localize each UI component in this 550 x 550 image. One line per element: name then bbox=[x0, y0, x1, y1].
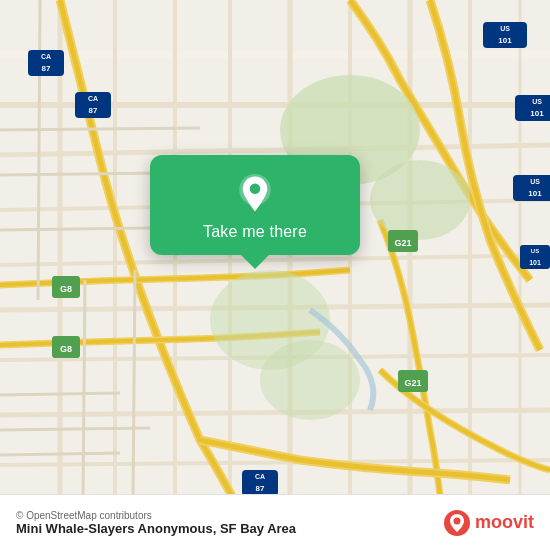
svg-line-21 bbox=[0, 228, 150, 230]
svg-line-27 bbox=[133, 270, 135, 500]
svg-text:US: US bbox=[531, 248, 539, 254]
place-name: Mini Whale-Slayers Anonymous, SF Bay Are… bbox=[16, 521, 296, 536]
svg-line-26 bbox=[83, 280, 85, 500]
bottom-bar: © OpenStreetMap contributors Mini Whale-… bbox=[0, 494, 550, 550]
svg-text:87: 87 bbox=[89, 106, 98, 115]
svg-text:101: 101 bbox=[530, 109, 544, 118]
svg-text:G8: G8 bbox=[60, 344, 72, 354]
svg-text:G21: G21 bbox=[394, 238, 411, 248]
svg-point-64 bbox=[250, 184, 261, 195]
svg-line-25 bbox=[38, 0, 40, 300]
map-container: US 101 US 101 US 101 CA 87 CA 87 CA 87 G… bbox=[0, 0, 550, 550]
svg-line-19 bbox=[0, 128, 200, 130]
moovit-logo-icon bbox=[443, 509, 471, 537]
svg-line-22 bbox=[0, 393, 120, 395]
svg-text:CA: CA bbox=[255, 473, 265, 480]
svg-text:G21: G21 bbox=[404, 378, 421, 388]
svg-point-66 bbox=[453, 517, 460, 524]
svg-text:101: 101 bbox=[529, 259, 541, 266]
svg-line-24 bbox=[0, 453, 120, 455]
svg-text:US: US bbox=[530, 178, 540, 185]
take-me-there-label: Take me there bbox=[203, 223, 307, 241]
svg-text:CA: CA bbox=[41, 53, 51, 60]
svg-text:101: 101 bbox=[498, 36, 512, 45]
bottom-info: © OpenStreetMap contributors Mini Whale-… bbox=[16, 510, 296, 536]
moovit-logo: moovit bbox=[443, 509, 534, 537]
svg-line-20 bbox=[0, 173, 160, 175]
moovit-brand-text: moovit bbox=[475, 512, 534, 533]
svg-text:101: 101 bbox=[528, 189, 542, 198]
svg-text:87: 87 bbox=[256, 484, 265, 493]
navigation-card[interactable]: Take me there bbox=[150, 155, 360, 255]
svg-text:G8: G8 bbox=[60, 284, 72, 294]
copyright-text: © OpenStreetMap contributors bbox=[16, 510, 296, 521]
svg-point-29 bbox=[370, 160, 470, 240]
svg-text:CA: CA bbox=[88, 95, 98, 102]
svg-text:US: US bbox=[500, 25, 510, 32]
map-background: US 101 US 101 US 101 CA 87 CA 87 CA 87 G… bbox=[0, 0, 550, 550]
svg-line-23 bbox=[0, 428, 150, 430]
svg-text:US: US bbox=[532, 98, 542, 105]
svg-text:87: 87 bbox=[42, 64, 51, 73]
location-pin-icon bbox=[234, 173, 276, 215]
svg-point-31 bbox=[260, 340, 360, 420]
